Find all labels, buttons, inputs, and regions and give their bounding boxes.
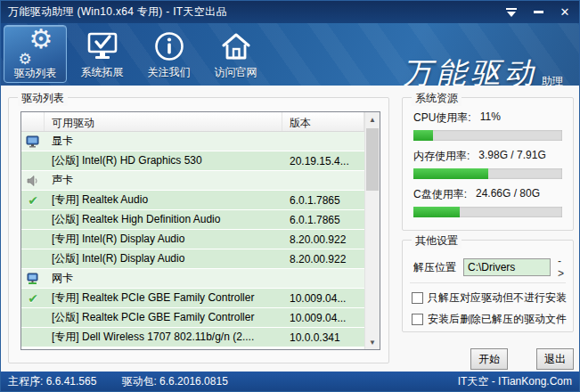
browse-path-button[interactable]: ->	[558, 255, 564, 280]
category-label: 显卡	[45, 134, 282, 149]
skin-menu-line	[506, 8, 517, 10]
driver-version: 10.0.0.341	[282, 331, 364, 344]
scroll-up-icon[interactable]: ▲	[365, 112, 380, 127]
settings-divider	[410, 282, 566, 283]
gear-small-glyph: ⚙	[19, 52, 32, 67]
memory-progress-bar	[413, 168, 562, 179]
table-row-driver[interactable]: ✔ [专用] Realtek Audio 6.0.1.7865	[21, 191, 364, 210]
scrollbar-track[interactable]	[365, 127, 380, 335]
app-logo: 万能驱动 助理	[403, 53, 563, 86]
cdrive-usage-label: C盘使用率:	[413, 187, 467, 202]
minimize-icon[interactable]	[531, 5, 545, 20]
driver-version: 6.0.1.7865	[282, 194, 364, 207]
extract-location-label: 解压位置	[413, 260, 456, 275]
cpu-meter: CPU使用率: 11%	[413, 110, 562, 141]
table-row-driver[interactable]: [公版] Realtek PCIe GBE Family Controller …	[21, 308, 364, 328]
checkbox-extract-only[interactable]: 只解压对应驱动但不进行安装	[412, 290, 567, 306]
cdrive-meter: C盘使用率: 24.66G / 80G	[413, 187, 562, 217]
row-status-cell: ✔	[21, 193, 45, 208]
table-row-category-network[interactable]: 网卡	[21, 269, 364, 289]
toolbar-item-follow-us[interactable]: 关注我们	[137, 25, 200, 83]
table-row-driver[interactable]: [公版] Realtek High Definition Audio 6.0.1…	[21, 210, 364, 230]
audio-icon	[21, 175, 45, 187]
scroll-down-icon[interactable]: ▼	[365, 335, 380, 349]
driver-name: [公版] Realtek PCIe GBE Family Controller	[45, 310, 282, 325]
logo-main-text: 万能驱动	[403, 53, 538, 86]
driver-listview: 可用驱动 版本 显卡	[20, 111, 380, 350]
table-row-driver[interactable]: [专用] Intel(R) Display Audio 8.20.00.922	[21, 230, 364, 249]
driver-name: [专用] Realtek PCIe GBE Family Controller	[45, 290, 282, 306]
cdrive-progress-bar	[413, 207, 562, 217]
brand-text: IT天空 - ITianKong.Com	[458, 374, 572, 389]
checkbox-delete-after-install[interactable]: 安装后删除已解压的驱动文件	[412, 312, 567, 327]
driver-name: [专用] Realtek Audio	[45, 192, 282, 208]
minimize-bar	[534, 11, 543, 13]
driver-version: 8.20.00.922	[282, 233, 364, 246]
logo-suffix-text: 助理	[542, 74, 563, 86]
window-controls: ✕	[504, 5, 572, 20]
memory-meter-line: 内存使用率: 3.98G / 7.91G	[413, 149, 562, 164]
driver-pack-version: 驱动包: 6.6.2016.0815	[121, 374, 227, 389]
content-area: 驱动列表 可用驱动 版本	[1, 86, 579, 373]
home-icon	[219, 29, 253, 64]
toolbar-item-label: 系统拓展	[81, 65, 124, 80]
table-row-driver[interactable]: ✔ [专用] Realtek PCIe GBE Family Controlle…	[21, 289, 364, 308]
extract-location-row: 解压位置 ->	[413, 255, 564, 280]
toolbar: ⚙ ⚙ 驱动列表 系统拓展	[1, 23, 579, 86]
driver-listview-main: 可用驱动 版本 显卡	[21, 112, 364, 349]
table-row-driver[interactable]: [公版] Intel(R) HD Graphics 530 20.19.15.4…	[21, 151, 364, 171]
window-title: 万能驱动助理 (Win10.x64 专用) - IT天空出品	[8, 4, 227, 20]
main-program-version: 主程序: 6.6.41.565	[8, 374, 96, 389]
cdrive-meter-line: C盘使用率: 24.66G / 80G	[413, 187, 562, 202]
cdrive-progress-fill	[413, 207, 460, 217]
column-header-version[interactable]: 版本	[282, 112, 364, 131]
listview-scrollbar[interactable]: ▲ ▼	[364, 112, 380, 349]
column-header-status[interactable]	[21, 112, 45, 131]
column-header-name[interactable]: 可用驱动	[45, 112, 282, 131]
toolbar-item-system-expand[interactable]: 系统拓展	[70, 25, 134, 83]
check-icon: ✔	[28, 291, 38, 306]
cpu-meter-line: CPU使用率: 11%	[413, 110, 562, 126]
status-bar: 主程序: 6.6.41.565 驱动包: 6.6.2016.0815 IT天空 …	[1, 372, 579, 391]
extract-path-input[interactable]	[463, 258, 551, 276]
close-icon[interactable]: ✕	[558, 5, 572, 20]
title-bar: 万能驱动助理 (Win10.x64 专用) - IT天空出品 ✕	[1, 1, 579, 23]
other-settings-title: 其他设置	[412, 233, 462, 249]
table-row-category-gpu[interactable]: 显卡	[21, 132, 364, 151]
driver-name: [公版] Intel(R) Display Audio	[45, 251, 282, 266]
cpu-usage-value: 11%	[480, 110, 501, 126]
checkbox-box[interactable]	[412, 314, 423, 325]
driver-name: [公版] Realtek High Definition Audio	[45, 212, 282, 227]
exit-button[interactable]: 退出	[536, 348, 574, 370]
table-row-driver[interactable]: [公版] Intel(R) Display Audio 8.20.00.922	[21, 249, 364, 269]
network-icon	[21, 273, 45, 285]
monitor-check-icon	[86, 29, 119, 64]
cpu-progress-fill	[413, 130, 433, 141]
row-status-cell: ✔	[21, 291, 45, 306]
scrollbar-thumb[interactable]	[366, 128, 379, 191]
table-row-category-audio[interactable]: 声卡	[21, 171, 364, 191]
skin-menu-icon[interactable]	[504, 5, 519, 20]
table-row-driver[interactable]: [专用] Dell Wireless 1707 802.11b/g/n (2..…	[21, 328, 364, 347]
category-label: 声卡	[45, 173, 282, 188]
start-button[interactable]: 开始	[470, 348, 508, 370]
driver-name: [专用] Dell Wireless 1707 802.11b/g/n (2..…	[45, 330, 282, 345]
skin-menu-triangle	[507, 12, 516, 17]
gear-big-glyph: ⚙	[29, 26, 53, 53]
cpu-progress-bar	[413, 130, 562, 141]
gears-icon: ⚙ ⚙	[18, 29, 53, 65]
driver-version: 20.19.15.4...	[282, 155, 364, 167]
other-settings-groupbox: 其他设置 解压位置 -> 只解压对应驱动但不进行安装 安装后删除已解压的驱动文件	[402, 240, 574, 332]
memory-progress-fill	[413, 168, 488, 179]
driver-version: 10.009.04...	[282, 292, 364, 305]
toolbar-item-official-site[interactable]: 访问官网	[204, 25, 267, 83]
gpu-icon	[21, 135, 45, 148]
info-circle-icon	[153, 29, 185, 64]
status-left: 主程序: 6.6.41.565 驱动包: 6.6.2016.0815	[8, 374, 228, 389]
system-resources-groupbox: 系统资源 CPU使用率: 11% 内存使用率: 3.98G / 7.91G C盘…	[402, 97, 574, 231]
checkbox-label: 只解压对应驱动但不进行安装	[428, 290, 567, 306]
category-label: 网卡	[45, 271, 282, 286]
toolbar-item-label: 驱动列表	[14, 66, 57, 81]
checkbox-box[interactable]	[412, 292, 423, 304]
toolbar-item-driver-list[interactable]: ⚙ ⚙ 驱动列表	[4, 25, 67, 83]
